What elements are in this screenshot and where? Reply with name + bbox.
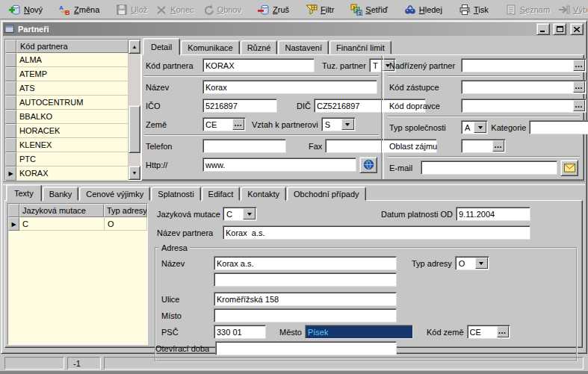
name-input[interactable] [203, 81, 377, 93]
filter-button[interactable]: Filtr [303, 1, 337, 17]
find-button[interactable]: Hledej [401, 1, 445, 17]
opening-hours-input[interactable] [216, 342, 396, 355]
list-item-selected[interactable]: ▶KORAX [5, 166, 129, 181]
agent-code-input[interactable] [462, 81, 572, 93]
window-title: Partneři [18, 25, 533, 34]
field-label: Fax [309, 142, 322, 151]
field-label: Kód země [427, 328, 464, 337]
address-name-input[interactable] [214, 257, 396, 269]
parent-partner-input[interactable] [462, 59, 572, 72]
phone-input[interactable] [203, 140, 285, 152]
tab-splatnosti[interactable]: Splatnosti [151, 187, 200, 201]
place-input[interactable] [214, 309, 396, 322]
list-item[interactable]: KLENEX [5, 138, 129, 152]
send-email-button[interactable] [560, 160, 578, 176]
street-input[interactable] [214, 293, 396, 305]
list-item[interactable]: ALMA [5, 53, 129, 67]
toolbar-button-label: Hledej [419, 5, 442, 14]
language-mutation-cell: C [19, 217, 105, 231]
address-name2-input[interactable] [214, 273, 396, 286]
tab-ruzne[interactable]: Různé [241, 40, 278, 54]
lookup-button[interactable]: … [573, 100, 585, 111]
partner-code: ATEMP [16, 67, 129, 81]
scroll-down-icon[interactable]: ▼ [129, 166, 140, 180]
chevron-down-icon[interactable] [474, 122, 486, 133]
toolbar-button-label: Změna [74, 5, 99, 14]
email-input[interactable] [421, 161, 557, 174]
partner-code: KORAX [16, 166, 129, 181]
list-item[interactable]: BBALKO [5, 110, 129, 124]
scrollbar-thumb[interactable] [129, 105, 140, 153]
city-input[interactable] [306, 325, 412, 338]
column-header[interactable]: Typ adresy [104, 204, 147, 217]
country-input[interactable] [203, 118, 232, 131]
list-item[interactable]: HORACEK [5, 124, 129, 138]
lookup-button[interactable]: … [232, 119, 244, 130]
delete-button[interactable]: Zruš [255, 1, 292, 17]
toolbar-button-label: Ulož [131, 5, 147, 14]
sort-button[interactable]: 123 Setřiď [347, 1, 390, 17]
edit-button[interactable]: AB Změna [56, 1, 102, 17]
delete-record-icon [258, 4, 270, 16]
tab-edifact[interactable]: Edifact [202, 187, 241, 201]
refresh-icon [202, 4, 214, 16]
scroll-up-icon[interactable]: ▲ [129, 40, 140, 54]
header-gutter [5, 40, 16, 53]
tab-detail[interactable]: Detail [143, 38, 180, 55]
scrollbar-track[interactable] [129, 54, 140, 166]
valid-from-input[interactable] [457, 208, 530, 220]
texts-tab-panel: Jazyková mutace Typ adresy ▶ C O Jazykov… [4, 200, 583, 348]
new-button[interactable]: Nový [6, 1, 46, 17]
chevron-down-icon[interactable] [243, 208, 256, 219]
list-item[interactable]: ATS [5, 81, 129, 96]
print-button[interactable]: Tisk [456, 1, 492, 17]
website-input[interactable] [203, 158, 356, 171]
tab-texty[interactable]: Texty [6, 184, 42, 202]
chevron-down-icon[interactable] [475, 258, 488, 269]
svg-text:B: B [65, 9, 70, 16]
column-header[interactable]: Jazyková mutace [19, 204, 104, 217]
ico-input[interactable] [203, 99, 276, 112]
interest-area-input[interactable] [462, 140, 492, 152]
partner-name-input[interactable] [223, 226, 530, 239]
list-item[interactable]: PTC [5, 152, 129, 166]
table-row-selected[interactable]: ▶ C O [8, 217, 147, 231]
minimize-button[interactable] [536, 23, 550, 35]
maximize-button[interactable] [553, 23, 566, 35]
field-label: Země [146, 120, 199, 129]
column-header[interactable]: Kód partnera [16, 40, 129, 53]
carrier-code-input[interactable] [462, 99, 572, 112]
tab-banky[interactable]: Banky [43, 187, 79, 201]
texts-table: Jazyková mutace Typ adresy ▶ C O [7, 203, 148, 345]
chevron-down-icon[interactable] [341, 119, 354, 130]
field-label: Jazyková mutace [157, 210, 220, 219]
category-input[interactable] [530, 121, 588, 134]
lookup-button[interactable]: … [492, 140, 504, 152]
partner-code-input[interactable] [203, 59, 314, 72]
domestic-partner-value: T [370, 59, 381, 72]
tab-obchodni-pripady[interactable]: Obchodní případy [287, 187, 365, 201]
tab-kontakty[interactable]: Kontakty [241, 187, 286, 201]
field-label: Kategorie [491, 123, 526, 132]
bottom-tabs: Texty Banky Cenové výjimky Splatnosti Ed… [6, 185, 582, 201]
tab-komunikace[interactable]: Komunikace [181, 40, 240, 54]
tab-cenove-vyjimky[interactable]: Cenové výjimky [79, 187, 150, 201]
empty-grid-area [8, 231, 147, 344]
country-code-input[interactable] [468, 325, 496, 338]
company-type-value: A [462, 121, 473, 134]
list-item[interactable]: AUTOCENTRUM [5, 96, 129, 110]
lookup-button[interactable]: … [497, 326, 509, 337]
open-website-button[interactable] [359, 157, 377, 173]
print-icon [459, 4, 471, 16]
toolbar-button-label: Výběr [573, 5, 588, 14]
tab-financni-limit[interactable]: Finanční limit [329, 40, 392, 54]
close-button[interactable] [570, 23, 584, 35]
application: Nový AB Změna Ulož Konec Obnov Zruš Filt… [0, 0, 588, 374]
lookup-button[interactable]: … [573, 81, 585, 93]
lookup-button[interactable]: … [573, 60, 585, 71]
save-button: Ulož [113, 1, 150, 17]
partner-code: AUTOCENTRUM [16, 96, 129, 110]
list-item[interactable]: ATEMP [5, 67, 129, 81]
tab-nastaveni[interactable]: Nastavení [278, 40, 329, 54]
zip-input[interactable] [214, 325, 265, 338]
